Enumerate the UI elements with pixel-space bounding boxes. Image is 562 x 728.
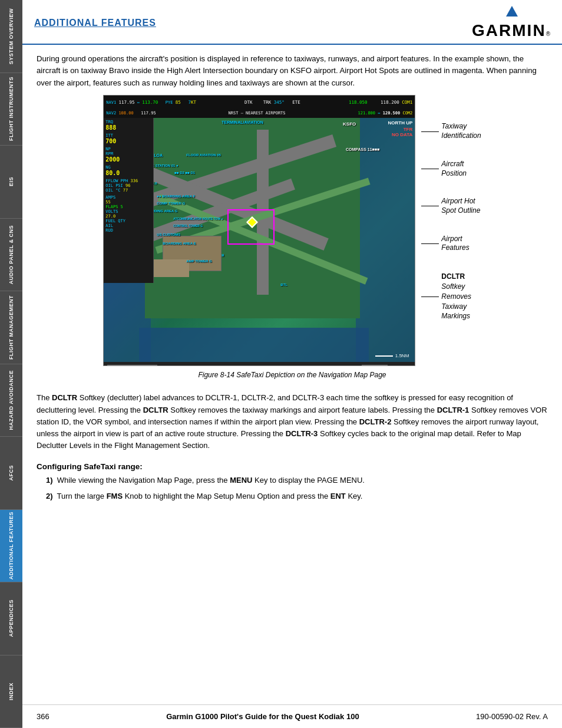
map-label-amp: AMP TOWER G bbox=[186, 259, 211, 263]
garmin-logo: GARMIN® bbox=[472, 6, 550, 40]
map-label-loa: LOA bbox=[154, 153, 163, 157]
annotation-features-label: AirportFeatures bbox=[441, 235, 469, 253]
annotation-taxiway: TaxiwayIdentification bbox=[421, 122, 481, 140]
annotation-dcltr: DCLTR SoftkeyRemovesTaxiwayMarkings bbox=[421, 272, 481, 321]
intro-paragraph: During ground operations the aircraft's … bbox=[22, 45, 562, 95]
safetaxi-map: NAV1 117.95 ↔ 113.70 PYE 85 7KT DTK TRK … bbox=[103, 95, 415, 366]
annotation-features: AirportFeatures bbox=[421, 235, 481, 253]
page-title: ADDITIONAL FEATURES bbox=[34, 18, 156, 28]
sidebar-item-afcs[interactable]: AFCS bbox=[0, 437, 22, 510]
north-up-indicator: NORTH UP TFRNO DATA bbox=[388, 120, 413, 137]
figure-caption: Figure 8-14 SafeTaxi Depiction on the Na… bbox=[198, 371, 386, 379]
annotation-line-3 bbox=[421, 206, 439, 206]
annotation-aircraft: AircraftPosition bbox=[421, 160, 481, 178]
sidebar-item-appendices[interactable]: APPENDICES bbox=[0, 582, 22, 655]
sidebar-item-eis[interactable]: EIS bbox=[0, 146, 22, 219]
map-nav-bar: NAV1 117.95 ↔ 113.70 PYE 85 7KT DTK TRK … bbox=[104, 95, 415, 108]
map-label-btl: BTL bbox=[280, 283, 287, 286]
map-button[interactable]: MAP bbox=[136, 365, 157, 367]
map-label-floor-aviation: FLOOR AVIATION 05 bbox=[186, 153, 221, 157]
sidebar-item-flight-instruments[interactable]: FLIGHT INSTRUMENTS bbox=[0, 73, 22, 146]
footer-title: Garmin G1000 Pilot's Guide for the Quest… bbox=[166, 712, 359, 721]
water-south bbox=[139, 328, 369, 366]
figure-area: NAV1 117.95 ↔ 113.70 PYE 85 7KT DTK TRK … bbox=[22, 95, 562, 386]
map-label-terminal: TERMINAL/AVIATION bbox=[222, 120, 263, 124]
main-content: ADDITIONAL FEATURES GARMIN® During groun… bbox=[22, 0, 562, 728]
page-footer: 366 Garmin G1000 Pilot's Guide for the Q… bbox=[22, 704, 562, 728]
terminal-annex bbox=[154, 259, 189, 277]
annotation-line-4 bbox=[421, 243, 439, 244]
configuring-heading: Configuring SafeTaxi range: bbox=[22, 457, 562, 475]
page-header: ADDITIONAL FEATURES GARMIN® bbox=[22, 0, 562, 45]
map-label-boarding: ●● BOARDING AREA F bbox=[157, 195, 195, 198]
sidebar-item-audio-panel[interactable]: AUDIO PANEL & CNS bbox=[0, 219, 22, 292]
map-scale: 1.5NM bbox=[375, 353, 409, 358]
sidebar-item-additional-features[interactable]: ADDITIONAL FEATURES bbox=[0, 510, 22, 583]
map-nav2-bar: NAV2 108.00 117.95 NRST – NEAREST AIRPOR… bbox=[104, 108, 415, 118]
spacer bbox=[22, 512, 562, 704]
annotation-line-5 bbox=[421, 297, 439, 297]
instrument-panel: TRQ 888 ITT 700 NPRPM 2000 NG 80.0 FFLOW… bbox=[104, 118, 154, 283]
annotation-dcltr-label: DCLTR SoftkeyRemovesTaxiwayMarkings bbox=[441, 272, 471, 321]
map-label-fire-station2: ■■ D2 ■■ D1 bbox=[174, 171, 195, 174]
map-label-compass: COMPASS 11■■■ bbox=[346, 147, 379, 151]
main-text-paragraph: The DCLTR Softkey (declutter) label adva… bbox=[22, 386, 562, 457]
annotation-aircraft-label: AircraftPosition bbox=[441, 160, 467, 178]
sidebar-item-hazard-avoidance[interactable]: HAZARD AVOIDANCE bbox=[0, 364, 22, 437]
step-2: 2) Turn the large FMS Knob to highlight … bbox=[46, 490, 548, 503]
page-number: 366 bbox=[37, 712, 49, 721]
sidebar-item-system-overview[interactable]: SYSTEM OVERVIEW bbox=[0, 0, 22, 73]
annotation-line-2 bbox=[421, 169, 439, 169]
annotation-line-1 bbox=[421, 131, 439, 132]
steps-list: 1) While viewing the Navigation Map Page… bbox=[22, 475, 562, 512]
engine-button[interactable]: ENGINE bbox=[107, 365, 136, 367]
map-label-b: B bbox=[222, 253, 224, 257]
annotation-hotspot: Airport HotSpot Outline bbox=[421, 197, 481, 215]
footer-doc-number: 190-00590-02 Rev. A bbox=[476, 712, 548, 721]
annotation-hotspot-label: Airport HotSpot Outline bbox=[441, 197, 480, 215]
map-bottom-bar: ENGINE MAP DCLTR bbox=[104, 362, 415, 366]
map-label-ksfo: KSFO bbox=[343, 121, 356, 127]
map-label-comp: COMP TOWER G bbox=[157, 202, 185, 205]
sidebar-item-index[interactable]: INDEX bbox=[0, 655, 22, 729]
map-label-atc: ATCOMMUNICATOR ROUTE TOW ● bbox=[173, 217, 223, 220]
sidebar-item-flight-management[interactable]: FLIGHT MANAGEMENT bbox=[0, 291, 22, 364]
sidebar: SYSTEM OVERVIEW FLIGHT INSTRUMENTS EIS A… bbox=[0, 0, 22, 728]
figure-wrapper: NAV1 117.95 ↔ 113.70 PYE 85 7KT DTK TRK … bbox=[37, 95, 548, 366]
map-label-customs: US CUSTOMS bbox=[157, 233, 180, 236]
map-label-boarding3: BOARDING AREA E bbox=[163, 242, 196, 245]
dcltr-button[interactable]: DCLTR bbox=[362, 365, 388, 367]
step-1: 1) While viewing the Navigation Map Page… bbox=[46, 475, 548, 487]
map-label-control: CONTROL TOWER G bbox=[173, 224, 203, 228]
garmin-wordmark: GARMIN bbox=[472, 21, 546, 40]
map-annotations: TaxiwayIdentification AircraftPosition A… bbox=[415, 95, 481, 366]
annotation-taxiway-label: TaxiwayIdentification bbox=[441, 122, 481, 140]
garmin-triangle-icon bbox=[506, 6, 518, 17]
